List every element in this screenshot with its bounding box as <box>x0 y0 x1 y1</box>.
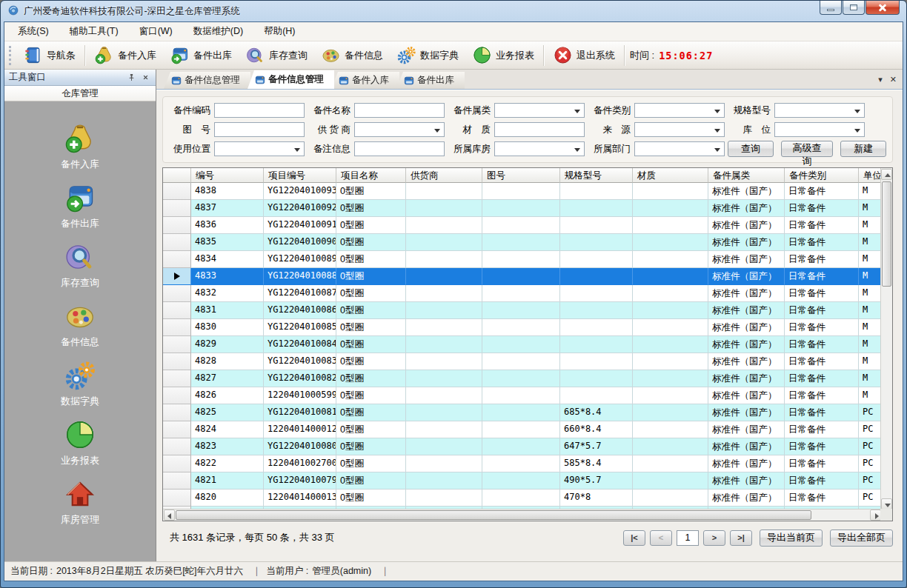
toolbar-stock-in-button[interactable]: 备件入库 <box>87 43 163 68</box>
sidebar-close-button[interactable] <box>139 72 151 84</box>
maximize-button[interactable] <box>843 1 865 15</box>
table-row[interactable]: 4836YG122040100910型圈标准件（国产）日常备件M <box>163 217 892 234</box>
table-row[interactable]: 4830YG122040100850型圈标准件（国产）日常备件M <box>163 319 892 336</box>
menu-system[interactable]: 系统(S) <box>7 22 59 41</box>
warehouse-group-header[interactable]: 仓库管理 <box>4 86 156 101</box>
table-row[interactable]: 4825YG122040100810型圈685*8.4标准件（国产）日常备件PC <box>163 404 892 421</box>
toolbar-exit-system-button[interactable]: 退出系统 <box>546 43 622 68</box>
toolbar-nav-bar-button[interactable]: 导航条 <box>16 43 82 68</box>
drawing-no-field[interactable] <box>214 122 305 137</box>
table-row[interactable]: 4838YG122040100930型圈标准件（国产）日常备件M <box>163 183 892 200</box>
scroll-right-icon[interactable] <box>870 510 881 521</box>
table-row[interactable]: 4832YG122040100870型圈标准件（国产）日常备件M <box>163 285 892 302</box>
maximize-icon <box>850 4 857 10</box>
menu-window[interactable]: 窗口(W) <box>129 22 183 41</box>
source-select[interactable] <box>634 122 725 137</box>
column-header-6[interactable]: 规格型号 <box>560 168 633 183</box>
export-all-pages-button[interactable]: 导出全部页 <box>830 529 893 547</box>
column-header-8[interactable]: 备件属类 <box>708 168 785 183</box>
use-position-select[interactable] <box>214 141 305 156</box>
table-row[interactable]: 4828YG122040100830型圈标准件（国产）日常备件M <box>163 353 892 370</box>
warehouse-select[interactable] <box>494 141 585 156</box>
supplier-select[interactable] <box>354 122 445 137</box>
menu-help[interactable]: 帮助(H) <box>253 22 305 41</box>
sidebar-item-business-report[interactable]: 业务报表 <box>36 418 124 467</box>
export-current-page-button[interactable]: 导出当前页 <box>760 529 823 547</box>
pager-bar: 共 1631 条记录，每页 50 条，共 33 页 |< < > >| 导出当前… <box>162 526 893 549</box>
table-row[interactable]: 4835YG122040100900型圈标准件（国产）日常备件M <box>163 234 892 251</box>
next-page-button[interactable]: > <box>703 530 725 546</box>
part-class-select[interactable] <box>494 103 585 118</box>
close-button[interactable] <box>866 1 900 15</box>
column-header-3[interactable]: 项目名称 <box>336 168 406 183</box>
query-button[interactable]: 查询 <box>728 141 774 157</box>
last-page-button[interactable]: >| <box>730 530 752 546</box>
page-number-input[interactable] <box>677 530 699 546</box>
column-header-5[interactable]: 图号 <box>482 168 560 183</box>
column-header-9[interactable]: 备件类别 <box>785 168 859 183</box>
column-header-10[interactable]: 单位 <box>859 168 881 183</box>
spec-model-select[interactable] <box>774 103 865 118</box>
menu-data-maintenance[interactable]: 数据维护(D) <box>183 22 253 41</box>
tab-list-dropdown-icon[interactable]: ▾ <box>878 74 883 84</box>
table-row[interactable]: 4827YG122040100820型圈标准件（国产）日常备件M <box>163 370 892 387</box>
sidebar-item-inventory-query[interactable]: 库存查询 <box>36 241 124 290</box>
tab-close-icon[interactable]: ✕ <box>890 74 897 84</box>
table-row[interactable]: 482612204010005990型圈标准件（国产）日常备件M <box>163 387 892 404</box>
horizontal-scrollbar[interactable] <box>163 509 882 521</box>
column-header-2[interactable]: 项目编号 <box>264 168 336 183</box>
row-selector <box>163 251 191 268</box>
table-row[interactable]: 482212204010027000型圈585*8.4标准件（国产）日常备件PC <box>163 455 892 472</box>
column-header-4[interactable]: 供货商 <box>406 168 482 183</box>
part-name-field[interactable] <box>354 103 445 118</box>
table-row[interactable]: 4821YG122040100790型圈490*5.7标准件（国产）日常备件PC <box>163 472 892 490</box>
tab-parts-info-mgmt-2[interactable]: 备件信息管理 <box>247 70 334 89</box>
menu-aux-tools[interactable]: 辅助工具(T) <box>59 22 129 41</box>
toolbar-inventory-query-button[interactable]: 库存查询 <box>239 43 314 68</box>
table-row[interactable]: 482012204014000130型圈470*8标准件（国产）日常备件PC <box>163 490 892 507</box>
toolbar-business-report-button[interactable]: 业务报表 <box>465 43 541 68</box>
row-selector <box>163 200 191 217</box>
tab-stock-out[interactable]: 备件出库 <box>396 72 465 89</box>
table-row[interactable]: 4831YG122040100860型圈标准件（国产）日常备件M <box>163 302 892 319</box>
table-row[interactable]: 4833YG122040100880型圈标准件（国产）日常备件M <box>163 268 892 285</box>
toolbar-grip[interactable] <box>9 46 12 65</box>
sidebar-item-data-dict[interactable]: 数据字典 <box>36 359 124 408</box>
minimize-button[interactable] <box>820 1 842 15</box>
part-code-label: 备件编码 <box>167 104 210 117</box>
department-select[interactable] <box>634 141 725 156</box>
tab-parts-info-mgmt-1[interactable]: 备件信息管理 <box>164 72 250 89</box>
toolbar-parts-info-button[interactable]: 备件信息 <box>314 43 390 68</box>
part-code-field[interactable] <box>214 103 305 118</box>
new-button[interactable]: 新建 <box>840 141 886 157</box>
part-type-select[interactable] <box>634 103 725 118</box>
scroll-up-icon[interactable] <box>881 169 892 180</box>
table-row[interactable]: 4829YG122040100840型圈标准件（国产）日常备件M <box>163 336 892 353</box>
material-field[interactable] <box>494 122 585 137</box>
first-page-button[interactable]: |< <box>623 530 645 546</box>
horizontal-scroll-thumb[interactable] <box>176 510 811 520</box>
toolbar-stock-out-button[interactable]: 备件出库 <box>163 43 239 68</box>
vertical-scrollbar[interactable] <box>880 168 892 510</box>
vertical-scroll-thumb[interactable] <box>882 181 891 287</box>
table-row[interactable]: 4834YG122040100890型圈标准件（国产）日常备件M <box>163 251 892 268</box>
sidebar-item-stock-out[interactable]: 备件出库 <box>36 181 124 230</box>
sidebar-item-parts-info[interactable]: 备件信息 <box>36 300 124 349</box>
scroll-left-icon[interactable] <box>164 510 175 521</box>
scroll-down-icon[interactable] <box>881 498 892 510</box>
prev-page-button[interactable]: < <box>650 530 672 546</box>
location-select[interactable] <box>774 122 865 137</box>
toolbar-data-dict-button[interactable]: 数据字典 <box>390 43 465 68</box>
advanced-query-button[interactable]: 高级查询 <box>781 141 833 157</box>
sidebar-item-warehouse-mgmt[interactable]: 库房管理 <box>36 478 124 527</box>
remark-field[interactable] <box>354 141 445 156</box>
current-user-label: 当前用户 : <box>266 565 308 578</box>
sidebar-item-stock-in[interactable]: 备件入库 <box>36 122 124 171</box>
column-header-7[interactable]: 材质 <box>633 168 708 183</box>
column-header-1[interactable]: 编号 <box>191 168 264 183</box>
tab-stock-in[interactable]: 备件入库 <box>331 72 399 89</box>
table-row[interactable]: 4837YG122040100920型圈标准件（国产）日常备件M <box>163 200 892 217</box>
pin-button[interactable] <box>125 72 137 84</box>
table-row[interactable]: 4823YG122040100800型圈647*5.7标准件（国产）日常备件PC <box>163 438 892 455</box>
table-row[interactable]: 482412204014000120型圈660*8.4标准件（国产）日常备件PC <box>163 421 892 438</box>
